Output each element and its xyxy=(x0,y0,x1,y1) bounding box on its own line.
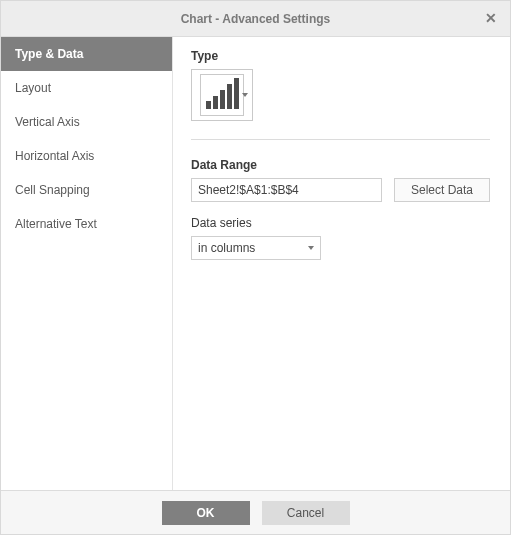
sidebar-item-label: Cell Snapping xyxy=(15,183,90,197)
sidebar-item-label: Horizontal Axis xyxy=(15,149,94,163)
select-data-button[interactable]: Select Data xyxy=(394,178,490,202)
sidebar-item-vertical-axis[interactable]: Vertical Axis xyxy=(1,105,172,139)
sidebar-item-label: Layout xyxy=(15,81,51,95)
cancel-button[interactable]: Cancel xyxy=(262,501,350,525)
sidebar-item-layout[interactable]: Layout xyxy=(1,71,172,105)
data-range-input[interactable] xyxy=(191,178,382,202)
dialog-title: Chart - Advanced Settings xyxy=(181,12,331,26)
sidebar-item-label: Vertical Axis xyxy=(15,115,80,129)
dialog-body: Type & Data Layout Vertical Axis Horizon… xyxy=(1,37,510,490)
sidebar-item-cell-snapping[interactable]: Cell Snapping xyxy=(1,173,172,207)
titlebar: Chart - Advanced Settings ✕ xyxy=(1,1,510,37)
data-range-row: Select Data xyxy=(191,178,490,202)
content-panel: Type Data Range Select Data Data series … xyxy=(173,37,510,490)
advanced-settings-dialog: Chart - Advanced Settings ✕ Type & Data … xyxy=(0,0,511,535)
data-series-value: in columns xyxy=(198,241,255,255)
sidebar-item-label: Alternative Text xyxy=(15,217,97,231)
sidebar-item-alternative-text[interactable]: Alternative Text xyxy=(1,207,172,241)
close-icon[interactable]: ✕ xyxy=(482,9,500,27)
sidebar-item-label: Type & Data xyxy=(15,47,83,61)
type-row xyxy=(191,69,490,121)
column-chart-icon xyxy=(200,74,244,116)
sidebar-item-type-data[interactable]: Type & Data xyxy=(1,37,172,71)
type-section-label: Type xyxy=(191,49,490,63)
dialog-footer: OK Cancel xyxy=(1,490,510,534)
sidebar-item-horizontal-axis[interactable]: Horizontal Axis xyxy=(1,139,172,173)
data-series-select[interactable]: in columns xyxy=(191,236,321,260)
ok-button[interactable]: OK xyxy=(162,501,250,525)
section-divider xyxy=(191,139,490,140)
sidebar: Type & Data Layout Vertical Axis Horizon… xyxy=(1,37,173,490)
chart-type-selector[interactable] xyxy=(191,69,253,121)
chevron-down-icon xyxy=(242,93,248,97)
data-series-label: Data series xyxy=(191,216,490,230)
data-range-label: Data Range xyxy=(191,158,490,172)
